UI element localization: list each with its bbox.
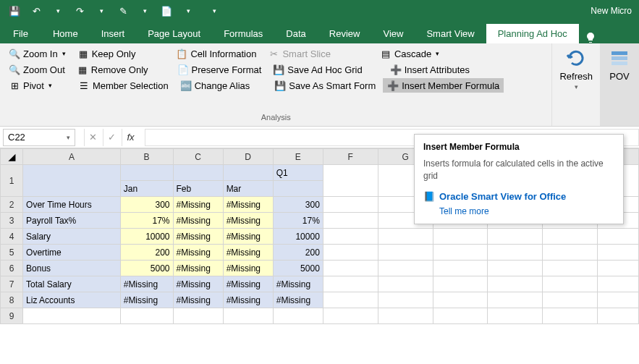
row-header-5[interactable]: 5 (1, 245, 23, 261)
cell[interactable]: 17% (120, 213, 173, 229)
cell[interactable] (23, 165, 121, 197)
zoom-out-button[interactable]: 🔍Zoom Out (4, 62, 69, 77)
row-header-7[interactable]: 7 (1, 276, 23, 292)
cell[interactable]: 200 (273, 245, 323, 261)
col-header-A[interactable]: A (23, 149, 121, 165)
undo-icon[interactable]: ↶ (29, 4, 43, 18)
cell[interactable]: 200 (120, 245, 173, 261)
cell[interactable]: 17% (273, 213, 323, 229)
row-header-4[interactable]: 4 (1, 229, 23, 245)
cancel-formula-icon[interactable]: ✕ (84, 129, 101, 146)
tab-home[interactable]: Home (41, 24, 90, 43)
cell[interactable]: #Missing (173, 213, 223, 229)
preserve-format-button[interactable]: 📄Preserve Format (173, 62, 266, 77)
zoom-in-button[interactable]: 🔍Zoom In▾ (4, 46, 70, 61)
cell[interactable]: #Missing (223, 261, 273, 276)
cell[interactable]: 300 (120, 197, 173, 213)
cell[interactable]: #Missing (273, 292, 323, 308)
pov-button[interactable]: POV ▾ (601, 43, 638, 93)
cell[interactable]: #Missing (223, 197, 273, 213)
fx-icon[interactable]: fx (122, 129, 139, 146)
cell[interactable]: #Missing (173, 292, 223, 308)
cascade-button[interactable]: ▤Cascade▾ (376, 46, 444, 61)
cell[interactable]: Bonus (23, 261, 121, 276)
remove-only-button[interactable]: ▦Remove Only (72, 62, 153, 77)
cell[interactable]: #Missing (173, 261, 223, 276)
cell[interactable]: #Missing (273, 276, 323, 292)
keep-only-button[interactable]: ▦Keep Only (73, 46, 140, 61)
cell[interactable]: Feb (173, 181, 223, 197)
redo-caret-icon[interactable]: ▾ (94, 4, 109, 18)
touch-caret-icon[interactable]: ▾ (137, 4, 152, 18)
cell[interactable]: 5000 (120, 261, 173, 276)
tab-smart-view[interactable]: Smart View (415, 24, 486, 43)
insert-member-formula-button[interactable]: ➕Insert Member Formula (383, 78, 504, 93)
save-icon[interactable]: 💾 (7, 4, 22, 18)
col-header-D[interactable]: D (223, 149, 273, 165)
tab-formulas[interactable]: Formulas (212, 24, 274, 43)
refresh-button[interactable]: Refresh ▾ (552, 43, 600, 93)
cell[interactable]: 300 (273, 197, 323, 213)
cell[interactable] (120, 165, 173, 181)
cell[interactable]: #Missing (173, 197, 223, 213)
tell-me-icon[interactable] (579, 32, 602, 43)
name-box[interactable]: C22▾ (3, 129, 75, 146)
col-header-B[interactable]: B (120, 149, 173, 165)
row-header-3[interactable]: 3 (1, 213, 23, 229)
col-header-E[interactable]: E (273, 149, 323, 165)
tab-review[interactable]: Review (318, 24, 372, 43)
col-header-C[interactable]: C (173, 149, 223, 165)
row-header-2[interactable]: 2 (1, 197, 23, 213)
cell[interactable]: Payroll Tax% (23, 213, 121, 229)
cell[interactable]: 10000 (273, 229, 323, 245)
cell[interactable]: #Missing (173, 229, 223, 245)
cell[interactable]: #Missing (120, 276, 173, 292)
tab-data[interactable]: Data (274, 24, 317, 43)
row-header-6[interactable]: 6 (1, 261, 23, 276)
tab-file[interactable]: File (0, 24, 41, 43)
tooltip-tell-me-more[interactable]: Tell me more (423, 206, 614, 216)
new-doc-icon[interactable]: 📄 (159, 4, 174, 18)
cell[interactable]: Overtime (23, 245, 121, 261)
cell[interactable]: 10000 (120, 229, 173, 245)
new-caret-icon[interactable]: ▾ (181, 4, 195, 18)
cell[interactable]: Q1 (273, 165, 323, 181)
save-adhoc-button[interactable]: 💾Save Ad Hoc Grid (268, 62, 366, 77)
touch-mode-icon[interactable]: ✎ (116, 4, 130, 18)
cell[interactable]: #Missing (223, 229, 273, 245)
col-header-F[interactable]: F (323, 149, 378, 165)
cell[interactable]: Liz Accounts (23, 292, 121, 308)
tab-page-layout[interactable]: Page Layout (136, 24, 212, 43)
cell[interactable]: #Missing (223, 276, 273, 292)
cell[interactable]: Over Time Hours (23, 197, 121, 213)
cell[interactable]: #Missing (173, 276, 223, 292)
cell[interactable]: Jan (120, 181, 173, 197)
cell[interactable]: Mar (223, 181, 273, 197)
row-header-9[interactable]: 9 (1, 308, 23, 324)
cell[interactable]: #Missing (120, 292, 173, 308)
tab-planning-adhoc[interactable]: Planning Ad Hoc (486, 24, 579, 43)
row-header-8[interactable]: 8 (1, 292, 23, 308)
cell[interactable]: #Missing (223, 245, 273, 261)
cell[interactable]: Salary (23, 229, 121, 245)
cell[interactable] (173, 165, 223, 181)
smart-slice-button[interactable]: ✂Smart Slice (263, 46, 334, 61)
cell[interactable]: #Missing (223, 213, 273, 229)
tab-insert[interactable]: Insert (90, 24, 137, 43)
pivot-button[interactable]: ⊞Pivot▾ (4, 78, 56, 93)
tab-view[interactable]: View (371, 24, 415, 43)
cell[interactable] (273, 181, 323, 197)
undo-caret-icon[interactable]: ▾ (51, 4, 65, 18)
redo-icon[interactable]: ↷ (72, 4, 87, 18)
cell-information-button[interactable]: 📋Cell Information (172, 46, 261, 61)
cell[interactable] (223, 165, 273, 181)
accept-formula-icon[interactable]: ✓ (103, 129, 120, 146)
row-header-1[interactable]: 1 (1, 165, 23, 197)
cell[interactable]: Total Salary (23, 276, 121, 292)
customize-qat-icon[interactable]: ▾ (207, 4, 221, 18)
tooltip-help-link[interactable]: 📘 Oracle Smart View for Office (423, 191, 614, 202)
change-alias-button[interactable]: 🔤Change Alias (176, 78, 255, 93)
cell[interactable]: #Missing (223, 292, 273, 308)
insert-attributes-button[interactable]: ➕Insert Attributes (386, 62, 474, 77)
select-all-corner[interactable]: ◢ (1, 149, 23, 165)
